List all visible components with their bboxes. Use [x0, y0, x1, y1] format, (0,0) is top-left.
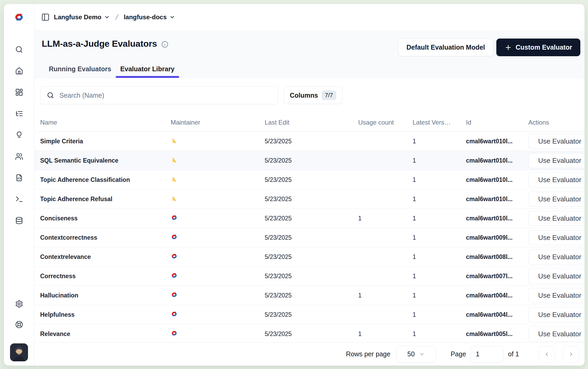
use-evaluator-button[interactable]: Use Evaluator [528, 134, 585, 149]
evaluator-name: Helpfulness [40, 311, 171, 318]
maintainer-cell [171, 253, 265, 261]
evaluator-id-cell: cmal6wart009l... [466, 234, 528, 241]
search-icon [47, 92, 54, 99]
use-evaluator-button[interactable]: Use Evaluator [528, 307, 585, 322]
last-edit-cell: 5/23/2025 [265, 253, 358, 261]
table-row[interactable]: Topic Adherence Refusal 5/23/2025 1 cmal… [34, 190, 585, 209]
evaluator-id-cell: cmal6wart010l... [466, 215, 528, 222]
info-icon[interactable] [161, 41, 169, 48]
chevron-left-icon [544, 351, 550, 357]
col-header-last-edit: Last Edit [265, 119, 358, 126]
use-evaluator-button[interactable]: Use Evaluator [528, 288, 585, 303]
custom-evaluator-label: Custom Evaluator [516, 44, 572, 51]
default-evaluation-model-button[interactable]: Default Evaluation Model [398, 39, 493, 56]
maintainer-cell [171, 176, 265, 184]
use-evaluator-button[interactable]: Use Evaluator [528, 327, 585, 342]
use-evaluator-button[interactable]: Use Evaluator [528, 269, 585, 284]
evaluator-name: Simple Criteria [40, 138, 171, 145]
table-row[interactable]: SQL Semantic Equivalence 5/23/2025 1 cma… [34, 151, 585, 170]
latest-version-cell: 1 [413, 215, 466, 222]
langfuse-maintainer-icon [171, 214, 178, 221]
breadcrumb: Langfuse Demo / langfuse-docs [34, 4, 585, 31]
page-number-input[interactable] [470, 346, 503, 362]
ragas-maintainer-icon [171, 137, 178, 144]
langfuse-maintainer-icon [171, 233, 178, 240]
table-row[interactable]: Helpfulness 5/23/2025 1 cmal6wart004l...… [34, 305, 585, 324]
org-name: Langfuse Demo [54, 13, 101, 21]
home-icon[interactable] [15, 67, 23, 75]
table-row[interactable]: Relevance 5/23/2025 1 1 cmal6wart005l...… [34, 324, 585, 342]
table-row[interactable]: Hallucination 5/23/2025 1 1 cmal6wart004… [34, 286, 585, 305]
use-evaluator-button[interactable]: Use Evaluator [528, 172, 585, 187]
evaluator-table: Name Maintainer Last Edit Usage count La… [34, 113, 585, 342]
search-input[interactable] [59, 91, 271, 100]
tab-running-evaluators[interactable]: Running Evaluators [44, 65, 116, 78]
col-header-name: Name [40, 119, 171, 126]
latest-version-cell: 1 [413, 311, 466, 318]
langfuse-maintainer-icon [171, 272, 178, 279]
evaluator-name: Conciseness [40, 215, 171, 222]
evaluator-name: Relevance [40, 330, 171, 338]
table-row[interactable]: Correctness 5/23/2025 1 cmal6wart007l...… [34, 267, 585, 286]
list-tree-icon[interactable] [15, 109, 23, 118]
app-window: Langfuse Demo / langfuse-docs LLM-as-a-J… [4, 4, 585, 366]
search-icon[interactable] [15, 45, 23, 54]
latest-version-cell: 1 [413, 253, 466, 261]
maintainer-cell [171, 214, 265, 223]
table-row[interactable]: Conciseness 5/23/2025 1 1 cmal6wart010l.… [34, 209, 585, 228]
next-page-button[interactable] [563, 346, 579, 362]
use-evaluator-button[interactable]: Use Evaluator [528, 192, 585, 207]
users-icon[interactable] [15, 152, 23, 160]
tab-bar: Running Evaluators Evaluator Library [44, 65, 580, 78]
columns-button[interactable]: Columns 7/7 [284, 87, 342, 104]
table-row[interactable]: Topic Adherence Classification 5/23/2025… [34, 170, 585, 190]
last-edit-cell: 5/23/2025 [265, 292, 358, 299]
latest-version-cell: 1 [413, 157, 466, 164]
terminal-icon[interactable] [15, 195, 23, 203]
gear-icon[interactable] [15, 300, 23, 308]
ragas-maintainer-icon [171, 195, 178, 202]
file-code-icon[interactable] [15, 173, 23, 182]
page-of-label: of 1 [508, 350, 519, 358]
tab-evaluator-library[interactable]: Evaluator Library [116, 65, 179, 78]
maintainer-cell [171, 233, 265, 242]
maintainer-cell [171, 272, 265, 281]
table-row[interactable]: Contextcorrectness 5/23/2025 1 cmal6wart… [34, 228, 585, 247]
lightbulb-icon[interactable] [15, 131, 23, 139]
database-icon[interactable] [15, 216, 23, 225]
last-edit-cell: 5/23/2025 [265, 176, 358, 183]
evaluator-id-cell: cmal6wart010l... [466, 138, 528, 145]
project-selector[interactable]: langfuse-docs [124, 13, 175, 21]
use-evaluator-button[interactable]: Use Evaluator [528, 230, 585, 245]
lifebuoy-icon[interactable] [15, 320, 23, 329]
table-row[interactable]: Contextrelevance 5/23/2025 1 cmal6wart00… [34, 247, 585, 267]
previous-page-button[interactable] [539, 346, 555, 362]
col-header-usage-count: Usage count [358, 119, 413, 126]
dashboard-grid-icon[interactable] [15, 88, 23, 96]
table-toolbar: Columns 7/7 [34, 78, 585, 113]
use-evaluator-button[interactable]: Use Evaluator [528, 153, 585, 168]
latest-version-cell: 1 [413, 234, 466, 241]
chevron-down-icon [419, 351, 425, 357]
col-header-maintainer: Maintainer [171, 119, 265, 126]
user-avatar[interactable] [10, 343, 28, 361]
org-selector[interactable]: Langfuse Demo [54, 13, 110, 21]
custom-evaluator-button[interactable]: Custom Evaluator [496, 39, 580, 56]
sidebar-toggle-icon[interactable] [41, 13, 50, 21]
pagination-bar: Rows per page 50 Page of 1 [34, 342, 585, 366]
columns-count-badge: 7/7 [322, 91, 336, 100]
maintainer-cell [171, 330, 265, 338]
rows-per-page-select[interactable]: 50 [396, 346, 436, 363]
use-evaluator-button[interactable]: Use Evaluator [528, 249, 585, 264]
langfuse-logo[interactable] [4, 4, 34, 30]
langfuse-maintainer-icon [171, 253, 178, 260]
sidebar-nav [15, 45, 23, 225]
use-evaluator-button[interactable]: Use Evaluator [528, 211, 585, 226]
latest-version-cell: 1 [413, 176, 466, 183]
columns-label: Columns [290, 92, 318, 99]
table-row[interactable]: Simple Criteria 5/23/2025 1 cmal6wart010… [34, 132, 585, 151]
evaluator-id-cell: cmal6wart004l... [466, 292, 528, 299]
maintainer-cell [171, 310, 265, 319]
col-header-actions: Actions [528, 119, 585, 126]
last-edit-cell: 5/23/2025 [265, 157, 358, 164]
